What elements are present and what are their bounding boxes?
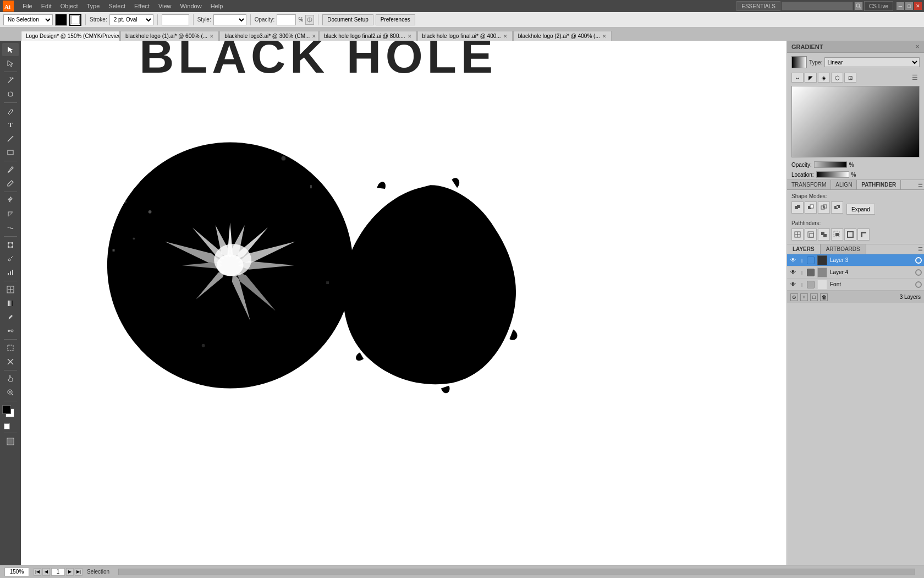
artboard-tool[interactable]	[2, 341, 19, 355]
layer-3-lock[interactable]: |	[799, 257, 805, 264]
layer-3-eye[interactable]: 👁	[789, 257, 797, 264]
preferences-button[interactable]: Preferences	[376, 14, 415, 25]
zoom-tool[interactable]	[2, 386, 19, 399]
layer-row-4[interactable]: 👁 | Layer 4	[787, 266, 924, 279]
tab-close-5[interactable]: ✕	[602, 34, 607, 39]
artboard[interactable]: BLACK HOLE BLACK HOLE	[21, 41, 787, 565]
create-new-layer-btn[interactable]: □	[810, 293, 818, 301]
cs-live-button[interactable]: CS Live	[864, 1, 893, 11]
menu-type[interactable]: Type	[83, 2, 104, 10]
unite-btn[interactable]	[791, 201, 804, 214]
align-tab[interactable]: ALIGN	[831, 180, 857, 189]
status-info-bar[interactable]	[118, 569, 915, 575]
expand-button[interactable]: Expand	[846, 204, 875, 215]
gradient-tool[interactable]	[2, 297, 19, 310]
layer-4-target[interactable]	[915, 269, 922, 276]
menu-effect[interactable]: Effect	[130, 2, 153, 10]
style-select[interactable]	[213, 14, 246, 25]
search-input[interactable]	[782, 2, 853, 10]
tab-4[interactable]: black hole logo final.ai* @ 400... ✕	[417, 31, 513, 41]
gradient-panel-menu[interactable]: ☰	[910, 73, 920, 83]
divide-btn[interactable]	[791, 228, 804, 241]
tab-1[interactable]: blackhole logo (1).ai* @ 600% (... ✕	[120, 31, 219, 41]
screen-mode-btn[interactable]	[2, 435, 19, 448]
pathfinder-tab[interactable]: PATHFINDER	[857, 180, 901, 189]
tab-close-1[interactable]: ✕	[210, 34, 214, 39]
menu-file[interactable]: File	[19, 2, 36, 10]
make-clipping-mask-btn[interactable]: ⊙	[790, 293, 798, 301]
tab-3[interactable]: black hole logo final2.ai @ 800.... ✕	[319, 31, 416, 41]
delete-layer-btn[interactable]: 🗑	[820, 293, 828, 301]
free-transform-tool[interactable]	[2, 238, 19, 252]
gradient-highlight-btn[interactable]: ◈	[818, 73, 830, 83]
merge-btn[interactable]	[818, 228, 830, 241]
next-page-btn[interactable]: ▶	[66, 568, 74, 576]
opacity-slider[interactable]	[814, 161, 847, 168]
menu-object[interactable]: Object	[57, 2, 82, 10]
direct-selection-tool[interactable]	[2, 57, 19, 70]
slice-tool[interactable]	[2, 355, 19, 368]
tab-5[interactable]: blackhole logo (2).ai* @ 400% (... ✕	[513, 31, 612, 41]
stroke-size-input[interactable]	[162, 14, 189, 25]
fill-stroke-swatches[interactable]	[2, 405, 19, 422]
gradient-close[interactable]: ✕	[915, 44, 920, 50]
essentials-button[interactable]: ESSENTIALS	[736, 1, 780, 11]
minus-front-btn[interactable]	[805, 201, 817, 214]
menu-window[interactable]: Window	[177, 2, 206, 10]
tab-2[interactable]: blackhole logo3.ai* @ 300% (CM... ✕	[219, 31, 318, 41]
gradient-swatch[interactable]	[791, 56, 807, 68]
layer-row-font[interactable]: 👁 | Font	[787, 279, 924, 291]
paintbrush-tool[interactable]	[2, 163, 19, 176]
hand-tool[interactable]	[2, 372, 19, 385]
type-tool[interactable]: T	[2, 118, 19, 132]
outline-btn[interactable]	[844, 228, 856, 241]
stroke-swatch[interactable]	[69, 14, 81, 26]
rotate-tool[interactable]	[2, 194, 19, 207]
zoom-input[interactable]: 150%	[4, 568, 29, 576]
font-layer-eye[interactable]: 👁	[789, 281, 797, 288]
opacity-input[interactable]: 100	[277, 14, 296, 25]
blend-tool[interactable]	[2, 324, 19, 337]
last-page-btn[interactable]: ▶|	[75, 568, 82, 576]
tab-close-3[interactable]: ✕	[408, 34, 412, 39]
tab-close-2[interactable]: ✕	[312, 34, 316, 39]
layer-row-3[interactable]: 👁 | Layer 3	[787, 254, 924, 266]
opacity-icon[interactable]	[305, 15, 314, 25]
gradient-angle-btn[interactable]: ◤	[805, 73, 817, 83]
crop-btn[interactable]	[831, 228, 843, 241]
minus-back-btn[interactable]	[857, 228, 870, 241]
gradient-panel-header[interactable]: GRADIENT ✕	[787, 41, 924, 53]
gradient-reverse-btn[interactable]: ↔	[791, 73, 804, 83]
selection-tool[interactable]	[2, 43, 19, 56]
rectangle-tool[interactable]	[2, 146, 19, 159]
layers-panel-menu[interactable]: ☰	[916, 244, 924, 254]
symbol-sprayer-tool[interactable]	[2, 252, 19, 265]
tab-0[interactable]: Logo Design* @ 150% (CMYK/Preview) ✕	[21, 31, 120, 41]
transform-tab[interactable]: TRANSFORM	[787, 180, 831, 189]
none-swatch[interactable]	[4, 423, 10, 429]
layer-4-lock[interactable]: |	[799, 269, 805, 276]
maximize-button[interactable]: □	[905, 2, 913, 10]
stroke-select[interactable]: 2 pt. Oval	[109, 14, 153, 25]
font-layer-target[interactable]	[915, 281, 922, 288]
line-tool[interactable]	[2, 132, 19, 145]
prev-page-btn[interactable]: ◀	[42, 568, 50, 576]
menu-help[interactable]: Help	[207, 2, 227, 10]
eyedropper-tool[interactable]	[2, 310, 19, 324]
layer-3-target[interactable]	[915, 257, 922, 264]
lasso-tool[interactable]	[2, 88, 19, 101]
first-page-btn[interactable]: |◀	[34, 568, 41, 576]
scale-tool[interactable]	[2, 208, 19, 221]
pen-tool[interactable]	[2, 105, 19, 118]
pencil-tool[interactable]	[2, 177, 19, 190]
layers-tab[interactable]: LAYERS	[787, 244, 821, 254]
new-sublayer-btn[interactable]: +	[800, 293, 808, 301]
intersect-btn[interactable]	[818, 201, 830, 214]
graph-tool[interactable]	[2, 266, 19, 279]
tap-panel-menu[interactable]: ☰	[916, 180, 924, 189]
gradient-preview[interactable]	[791, 86, 920, 157]
menu-view[interactable]: View	[155, 2, 175, 10]
gradient-type-select[interactable]: Linear Radial	[824, 57, 920, 67]
menu-select[interactable]: Select	[105, 2, 129, 10]
minimize-button[interactable]: ─	[897, 2, 904, 10]
